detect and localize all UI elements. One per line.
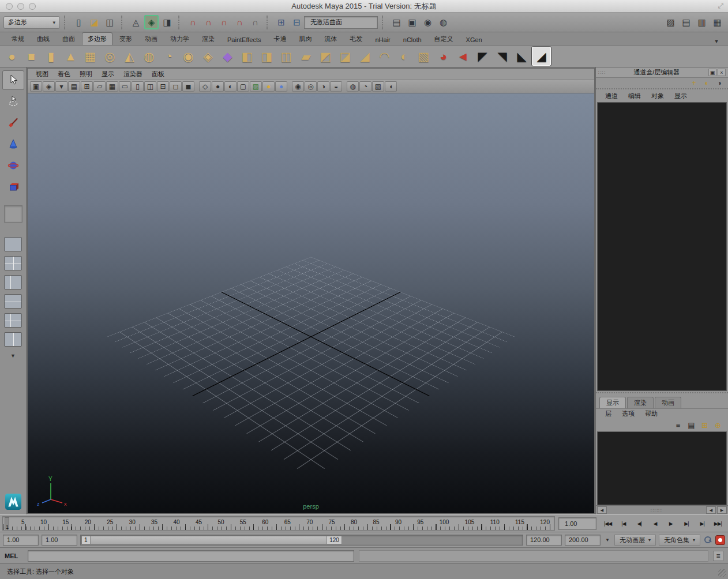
shadows-icon[interactable]: ◑ — [317, 81, 329, 92]
multi-cut-icon[interactable]: ◫ — [277, 47, 296, 66]
scroll-left-2-icon[interactable]: ◀ — [706, 506, 716, 514]
layer-menu-layers[interactable]: 层 — [601, 409, 616, 419]
bounding-box-icon[interactable]: ▢ — [237, 81, 249, 92]
paint-select-tool[interactable] — [2, 113, 24, 133]
field-chart-icon[interactable]: ⊟ — [157, 81, 169, 92]
textured-icon[interactable]: ▨ — [250, 81, 262, 92]
lighting-default-icon[interactable]: ◎ — [305, 81, 317, 92]
play-forwards-button[interactable]: ▶ — [663, 517, 678, 530]
go-to-end-button[interactable]: ▶▶| — [710, 517, 726, 530]
layer-menu-options[interactable]: 选项 — [617, 409, 639, 419]
poly-pyramid-icon[interactable]: ◭ — [120, 47, 139, 66]
zoom-button[interactable] — [29, 3, 36, 10]
select-component-icon[interactable]: ◨ — [160, 15, 174, 29]
shelf-tab-fluids[interactable]: 流体 — [319, 32, 343, 45]
boolean-union-icon[interactable]: ◩ — [316, 47, 335, 66]
extrude-icon[interactable]: ▰ — [297, 47, 316, 66]
playback-options-icon[interactable]: ▾ — [603, 537, 611, 543]
persp-uv-layout-button[interactable] — [4, 332, 22, 347]
mirror-icon[interactable]: ◐ — [395, 47, 414, 66]
current-frame-field[interactable]: 1.00 — [558, 517, 596, 530]
more-layouts-icon[interactable]: ▼ — [7, 353, 19, 359]
shelf-tab-ncloth[interactable]: nCloth — [397, 34, 427, 45]
rotate-tool[interactable] — [2, 156, 24, 175]
2d-pan-zoom-icon[interactable]: ⊞ — [81, 81, 93, 92]
panel-menu-view[interactable]: 视图 — [31, 69, 53, 80]
wireframe-icon[interactable]: ◇ — [199, 81, 211, 92]
poly-plane-icon[interactable]: ▦ — [81, 47, 100, 66]
single-pane-layout-button[interactable] — [4, 237, 22, 251]
poly-sphere-icon[interactable]: ● — [2, 47, 21, 66]
range-slider[interactable]: 1 120 — [80, 535, 523, 546]
speed-slow-icon[interactable]: ◐ — [701, 78, 712, 88]
script-editor-icon[interactable]: ≡ — [713, 551, 723, 561]
poly-cube-icon[interactable]: ■ — [22, 47, 41, 66]
soft-select-icon[interactable]: ◕ — [434, 47, 453, 66]
grid-icon[interactable]: ▦ — [106, 81, 118, 92]
command-input[interactable] — [28, 550, 354, 562]
layer-menu-help[interactable]: 帮助 — [640, 409, 662, 419]
active-surface-field[interactable]: 无激活曲面 — [304, 16, 378, 29]
resolution-gate-icon[interactable]: ▯ — [132, 81, 144, 92]
smooth-shade-icon[interactable]: ● — [212, 81, 224, 92]
grease-pencil-icon[interactable]: ▱ — [93, 81, 106, 92]
animation-end-field[interactable]: 200.00 — [565, 535, 601, 546]
resize-grip-icon[interactable] — [718, 569, 726, 577]
scroll-right-icon[interactable]: ▶ — [717, 506, 727, 514]
quad-draw-icon[interactable]: ▧ — [414, 47, 433, 66]
snap-to-grid-icon[interactable]: ∩ — [186, 15, 200, 29]
step-forward-frame-button[interactable]: ▶| — [678, 517, 694, 530]
camera-attributes-icon[interactable]: ◈ — [43, 81, 55, 92]
panel-menu-shading[interactable]: 着色 — [53, 69, 75, 80]
step-back-key-button[interactable]: |◀ — [616, 517, 631, 530]
persp-graph-layout-button[interactable] — [4, 294, 22, 309]
safe-title-icon[interactable]: ◼ — [182, 81, 194, 92]
layer-tab-render[interactable]: 渲染 — [627, 397, 654, 408]
poly-soccer-ball-icon[interactable]: ◉ — [179, 47, 198, 66]
step-forward-key-button[interactable]: ▶| — [695, 517, 710, 530]
lighting-all-icon[interactable]: ◉ — [292, 81, 304, 92]
outputs-from-selected-icon[interactable]: ⊟ — [290, 15, 304, 29]
shelf-tab-deform[interactable]: 变形 — [114, 32, 138, 45]
edit-menu[interactable]: 编辑 — [624, 91, 646, 101]
poly-platonic-icon[interactable]: ◈ — [198, 47, 217, 66]
four-pane-layout-button[interactable] — [4, 256, 22, 270]
scale-tool[interactable] — [2, 177, 24, 197]
poly-cylinder-icon[interactable]: ▮ — [42, 47, 61, 66]
fullscreen-icon[interactable]: ⤢ — [718, 2, 723, 10]
bevel-icon[interactable]: ◢ — [355, 47, 374, 66]
layer-tab-display[interactable]: 显示 — [599, 397, 626, 408]
occlusion-icon[interactable]: ◒ — [330, 81, 342, 92]
select-tool[interactable] — [2, 70, 24, 90]
shelf-tab-polygons[interactable]: 多边形 — [82, 32, 112, 45]
command-language-label[interactable]: MEL — [5, 552, 23, 559]
panel-drag-handle[interactable]: ∷∷ — [598, 70, 606, 76]
hypershade-persp-layout-button[interactable] — [4, 313, 22, 328]
bookmarks-icon[interactable]: ▾ — [55, 81, 67, 92]
panel-menu-show[interactable]: 显示 — [97, 69, 119, 80]
xray-icon[interactable]: ◖ — [385, 81, 397, 92]
go-to-start-button[interactable]: |◀◀ — [600, 517, 616, 530]
new-scene-icon[interactable]: ▯ — [72, 15, 86, 29]
show-manipulators-icon[interactable]: + — [689, 78, 699, 88]
shelf-menu-icon[interactable]: ▾ — [711, 37, 722, 45]
render-settings-icon[interactable]: ◍ — [436, 15, 451, 29]
new-layer-from-selected-icon[interactable]: ⊕ — [712, 420, 723, 430]
shelf-tab-surfaces[interactable]: 曲面 — [57, 32, 81, 45]
scroll-track[interactable]: ∷∷∷ — [607, 506, 706, 514]
shelf-tab-general[interactable]: 常规 — [6, 32, 30, 45]
channel-box-content[interactable] — [597, 102, 727, 391]
separate-icon[interactable]: ◨ — [257, 47, 276, 66]
render-current-frame-icon[interactable]: ▣ — [405, 15, 419, 29]
render-view-icon[interactable]: ▤ — [389, 15, 404, 29]
boolean-difference-icon[interactable]: ◪ — [336, 47, 355, 66]
object-menu[interactable]: 对象 — [647, 91, 669, 101]
poly-cone-icon[interactable]: ▲ — [61, 47, 80, 66]
poly-torus-icon[interactable]: ◎ — [100, 47, 119, 66]
safe-action-icon[interactable]: ◻ — [170, 81, 182, 92]
channel-box-icon[interactable]: ▦ — [710, 15, 725, 29]
combine-icon[interactable]: ◧ — [238, 47, 257, 66]
persp-outliner-layout-button[interactable] — [4, 275, 22, 290]
range-end-handle[interactable]: 120 — [327, 536, 342, 544]
new-empty-layer-icon[interactable]: ⊞ — [699, 420, 710, 430]
